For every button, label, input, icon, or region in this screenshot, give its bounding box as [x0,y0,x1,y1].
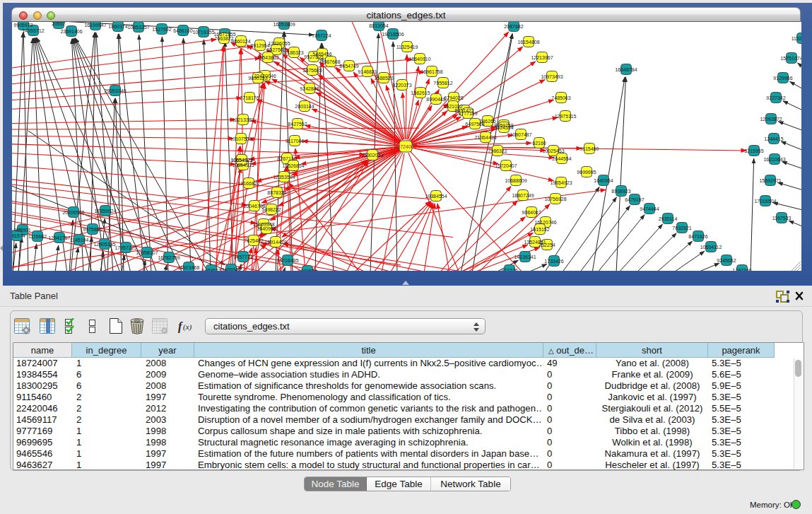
svg-text:18724007: 18724007 [394,144,416,149]
svg-text:19166822: 19166822 [237,181,259,186]
svg-text:9527503: 9527503 [266,47,286,52]
svg-text:6794028: 6794028 [444,95,463,100]
svg-text:21364436: 21364436 [474,135,496,140]
svg-text:16154808: 16154808 [517,40,539,45]
svg-text:20557: 20557 [52,22,66,26]
svg-text:12942757: 12942757 [48,235,70,240]
svg-text:15692971: 15692971 [759,178,781,183]
svg-text:1292346: 1292346 [732,268,751,271]
svg-text:1527602: 1527602 [152,27,171,32]
svg-text:13226055: 13226055 [268,41,290,46]
svg-text:8454749: 8454749 [339,64,358,69]
svg-text:16120746: 16120746 [534,220,556,225]
svg-text:16961758: 16961758 [420,69,442,74]
svg-text:17359924: 17359924 [94,209,116,214]
svg-text:2935114: 2935114 [659,216,678,221]
svg-text:12905185: 12905185 [93,242,115,247]
svg-text:391574: 391574 [12,233,25,238]
svg-text:8471626: 8471626 [688,234,707,239]
svg-text:19384554: 19384554 [425,194,447,199]
svg-text:252254: 252254 [539,243,555,247]
svg-text:12975115: 12975115 [555,114,577,119]
svg-text:9245652: 9245652 [717,258,736,263]
svg-text:7955812: 7955812 [433,81,452,86]
svg-text:16210643: 16210643 [763,157,785,162]
svg-text:16053809: 16053809 [273,22,295,27]
svg-text:1860374: 1860374 [108,24,127,29]
svg-text:9457771: 9457771 [233,255,252,259]
svg-text:9699695: 9699695 [298,269,317,271]
svg-text:19654923: 19654923 [550,180,572,185]
svg-text:12213967: 12213967 [531,55,553,60]
svg-text:2867608: 2867608 [321,59,340,64]
svg-text:5465456: 5465456 [312,52,331,57]
svg-text:10654923: 10654923 [230,158,252,163]
svg-text:1145194: 1145194 [70,238,89,243]
svg-text:9115460: 9115460 [580,146,599,151]
svg-text:10756928: 10756928 [544,197,566,201]
svg-text:f: f [178,320,183,333]
svg-text:3215955: 3215955 [744,148,763,153]
svg-text:8990448: 8990448 [426,97,445,102]
svg-text:16648784: 16648784 [615,67,637,72]
svg-text:9227342: 9227342 [766,95,785,100]
svg-text:1244415: 1244415 [764,136,783,141]
svg-text:9242848: 9242848 [300,86,319,91]
svg-text:12353594: 12353594 [273,175,295,180]
svg-text:8427552: 8427552 [288,122,307,127]
svg-text:8220373: 8220373 [392,83,411,88]
svg-text:25302033: 25302033 [361,153,383,158]
svg-text:9465546: 9465546 [221,267,240,271]
svg-text:16914479: 16914479 [264,240,286,245]
svg-text:5498222: 5498222 [261,207,281,212]
svg-text:9129966: 9129966 [773,76,792,81]
svg-text:8938923: 8938923 [611,189,630,194]
svg-text:11923468: 11923468 [178,265,200,270]
svg-text:12093872: 12093872 [760,117,782,122]
svg-text:7625402: 7625402 [244,238,263,243]
svg-text:17957225: 17957225 [114,245,136,250]
svg-text:9777169: 9777169 [458,111,477,116]
svg-text:977716: 977716 [501,268,517,271]
svg-text:10654112: 10654112 [700,245,722,250]
svg-text:9146821: 9146821 [358,69,377,74]
svg-text:10973493: 10973493 [541,74,563,79]
svg-text:1115682: 1115682 [28,234,47,239]
svg-text:15526854: 15526854 [282,163,304,168]
svg-text:10688609: 10688609 [505,178,526,183]
svg-text:2087682: 2087682 [504,24,523,29]
svg-text:7632621: 7632621 [672,226,691,230]
svg-text:11523339: 11523339 [792,36,801,41]
svg-text:3624554: 3624554 [494,125,513,130]
svg-text:10853257: 10853257 [127,25,149,30]
svg-text:7485063: 7485063 [551,95,570,100]
svg-text:8878334: 8878334 [267,190,286,195]
svg-text:1615152: 1615152 [530,227,549,232]
svg-text:10025453: 10025453 [542,148,564,153]
svg-text:12213389: 12213389 [232,117,254,122]
svg-text:6497568: 6497568 [465,122,484,127]
svg-text:8186323: 8186323 [284,50,303,55]
svg-text:2718176: 2718176 [240,95,259,100]
svg-text:10958107: 10958107 [136,250,158,255]
svg-text:10107553: 10107553 [230,136,252,141]
svg-text:20206576: 20206576 [62,210,84,215]
svg-text:1362615: 1362615 [411,90,430,95]
svg-text:7857224: 7857224 [312,33,331,38]
svg-text:9117006: 9117006 [286,139,305,144]
svg-text:6479197: 6479197 [625,197,644,202]
svg-text:10854933: 10854933 [232,163,254,168]
svg-text:2803144: 2803144 [295,104,314,109]
svg-text:17016504: 17016504 [754,199,776,204]
svg-text:10719155: 10719155 [192,30,214,35]
svg-text:16782759: 16782759 [158,255,180,260]
svg-text:1588520: 1588520 [374,76,393,81]
svg-text:6466160: 6466160 [173,28,192,33]
svg-text:23691406: 23691406 [60,29,82,34]
svg-text:14055712: 14055712 [22,28,44,33]
svg-text:1167533: 1167533 [772,216,792,221]
svg-text:9699695: 9699695 [577,170,596,175]
svg-text:11325419: 11325419 [396,45,418,49]
svg-text:14136141: 14136141 [514,255,536,259]
svg-text:16543862: 16543862 [257,55,278,60]
